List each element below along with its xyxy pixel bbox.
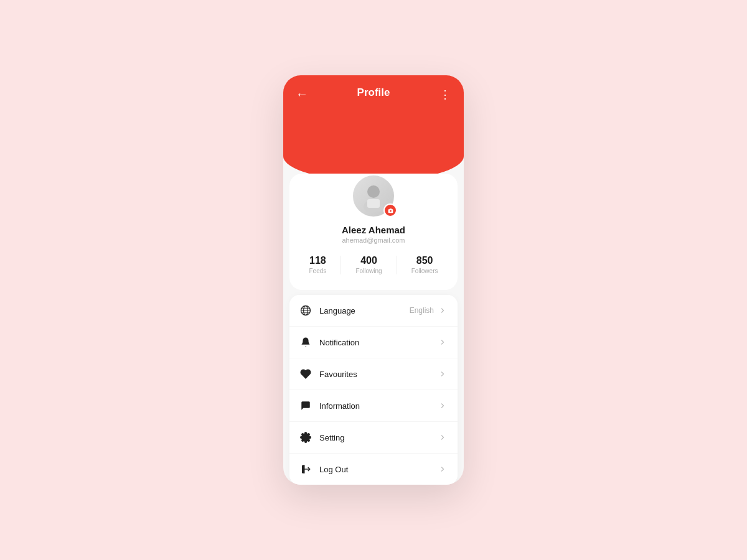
menu-item-logout[interactable]: Log Out (289, 454, 458, 485)
following-count: 400 (360, 255, 377, 266)
menu-item-setting[interactable]: Setting (289, 422, 458, 454)
followers-label: Followers (411, 268, 438, 274)
header-background: ← Profile ⋮ (283, 75, 464, 156)
svg-rect-2 (367, 199, 380, 208)
stat-followers: 850 Followers (411, 255, 438, 274)
menu-section: Language English Notification (289, 295, 458, 485)
avatar-section: Aleez Ahemad ahemad@gmail.com 118 Feeds … (289, 174, 458, 281)
logout-label: Log Out (319, 465, 438, 474)
bell-icon (299, 336, 312, 348)
heart-icon (299, 368, 312, 380)
language-value: English (410, 306, 434, 315)
camera-icon (387, 207, 394, 214)
more-button[interactable]: ⋮ (439, 88, 451, 101)
page-title: Profile (357, 86, 390, 99)
notification-label: Notification (319, 338, 438, 347)
user-email: ahemad@gmail.com (342, 236, 405, 244)
gear-icon (299, 431, 312, 444)
menu-item-favourites[interactable]: Favourites (289, 358, 458, 390)
avatar-wrapper (351, 174, 396, 218)
menu-item-information[interactable]: Information (289, 390, 458, 422)
globe-icon (299, 304, 312, 317)
stat-feeds: 118 Feeds (309, 255, 327, 274)
user-name: Aleez Ahemad (342, 225, 405, 235)
stat-following: 400 Following (355, 255, 382, 274)
chevron-right-icon (438, 401, 448, 411)
chevron-right-icon (438, 306, 448, 315)
feeds-count: 118 (309, 255, 326, 266)
following-label: Following (355, 268, 382, 274)
information-label: Information (319, 401, 438, 411)
profile-card: Aleez Ahemad ahemad@gmail.com 118 Feeds … (289, 174, 458, 290)
chevron-right-icon (438, 432, 448, 442)
chevron-right-icon (438, 369, 448, 379)
chevron-right-icon (438, 337, 448, 347)
logout-icon (299, 463, 312, 475)
setting-label: Setting (319, 433, 438, 442)
menu-item-language[interactable]: Language English (289, 295, 458, 327)
favourites-label: Favourites (319, 370, 438, 379)
chevron-right-icon (438, 464, 448, 474)
camera-badge-button[interactable] (383, 203, 397, 217)
language-label: Language (319, 306, 410, 315)
followers-count: 850 (416, 255, 433, 266)
svg-point-0 (367, 185, 380, 198)
phone-card: ← Profile ⋮ (283, 75, 464, 485)
back-button[interactable]: ← (296, 88, 308, 100)
svg-point-3 (390, 210, 392, 212)
stats-row: 118 Feeds 400 Following 850 Followers (289, 244, 458, 281)
menu-item-notification[interactable]: Notification (289, 327, 458, 358)
chat-icon (299, 399, 312, 412)
feeds-label: Feeds (309, 268, 327, 274)
stat-divider-2 (397, 256, 397, 274)
stat-divider-1 (341, 256, 341, 274)
